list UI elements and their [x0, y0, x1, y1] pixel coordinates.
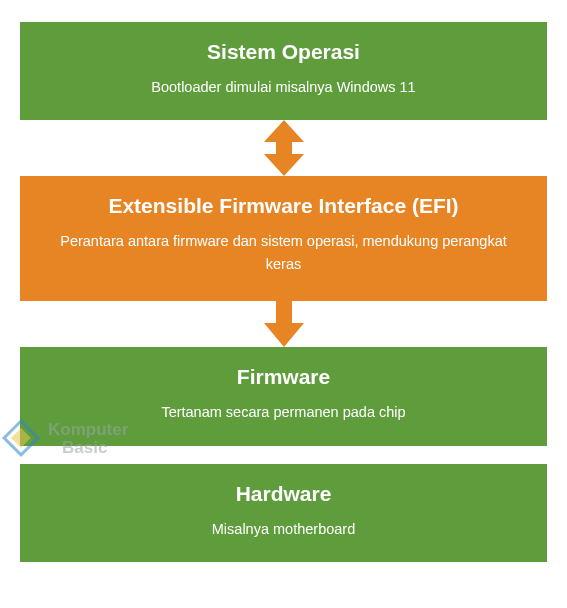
box-firmware: Firmware Tertanam secara permanen pada c…: [20, 347, 547, 445]
box-efi-title: Extensible Firmware Interface (EFI): [44, 194, 523, 218]
box-os: Sistem Operasi Bootloader dimulai misaln…: [20, 22, 547, 120]
box-efi: Extensible Firmware Interface (EFI) Pera…: [20, 176, 547, 301]
arrow-efi-firmware: [20, 301, 547, 347]
arrow-os-efi: [20, 120, 547, 176]
box-efi-desc: Perantara antara firmware dan sistem ope…: [44, 230, 523, 275]
box-hardware: Hardware Misalnya motherboard: [20, 464, 547, 562]
box-firmware-title: Firmware: [44, 365, 523, 389]
box-hardware-desc: Misalnya motherboard: [44, 518, 523, 540]
box-os-desc: Bootloader dimulai misalnya Windows 11: [44, 76, 523, 98]
box-hardware-title: Hardware: [44, 482, 523, 506]
double-arrow-icon: [259, 120, 309, 176]
down-arrow-icon: [259, 301, 309, 347]
box-firmware-desc: Tertanam secara permanen pada chip: [44, 401, 523, 423]
svg-marker-0: [264, 120, 304, 176]
svg-marker-1: [264, 301, 304, 347]
box-os-title: Sistem Operasi: [44, 40, 523, 64]
